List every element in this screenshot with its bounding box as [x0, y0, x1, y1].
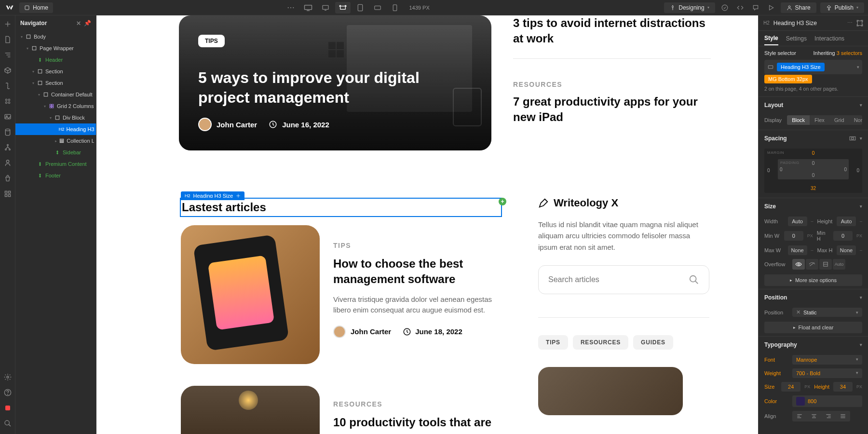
- nav-item-section[interactable]: ▾Section: [15, 66, 96, 77]
- nav-item-heading-h3-s[interactable]: H2Heading H3 S: [15, 123, 96, 135]
- share-button[interactable]: Share: [781, 2, 816, 13]
- webflow-logo[interactable]: [4, 2, 15, 14]
- weight-select[interactable]: 700 - Bold▾: [792, 368, 862, 378]
- font-size-input[interactable]: [781, 382, 800, 392]
- variables-icon[interactable]: [3, 81, 13, 91]
- help-icon[interactable]: [3, 388, 13, 397]
- search-box[interactable]: [538, 265, 709, 294]
- article-author[interactable]: John Carter: [333, 326, 391, 338]
- minh-input[interactable]: [833, 231, 853, 241]
- maxw-input[interactable]: [788, 245, 807, 255]
- maxh-input[interactable]: [837, 245, 856, 255]
- section-heading[interactable]: Lastest articles: [181, 199, 501, 216]
- apps-icon[interactable]: [3, 189, 13, 199]
- components-icon[interactable]: [3, 66, 13, 75]
- viewport-desktop-lg-icon[interactable]: [300, 2, 316, 14]
- nav-item-collection-lis[interactable]: ▸Collection Lis: [15, 135, 96, 147]
- search-icon[interactable]: [3, 419, 13, 428]
- hero-tag[interactable]: TIPS: [198, 35, 225, 47]
- pin-icon[interactable]: 📌: [84, 20, 91, 27]
- align-right-icon[interactable]: [821, 411, 836, 421]
- tab-style[interactable]: Style: [764, 35, 778, 45]
- hero-article-card[interactable]: TIPS 5 ways to improve your digital proj…: [179, 15, 491, 150]
- home-button[interactable]: Home: [19, 2, 53, 13]
- logic-icon[interactable]: [3, 143, 13, 152]
- display-flex[interactable]: Flex: [810, 115, 829, 125]
- inheriting-link[interactable]: 3 selectors: [837, 50, 862, 56]
- overflow-auto-icon[interactable]: Auto: [833, 259, 845, 270]
- tab-settings[interactable]: Settings: [786, 35, 807, 42]
- video-icon[interactable]: [3, 403, 13, 413]
- mode-button[interactable]: Designing ▾: [664, 2, 715, 13]
- tag-tips[interactable]: TIPS: [538, 335, 568, 350]
- chevron-down-icon[interactable]: ▾: [860, 342, 862, 347]
- nav-item-footer[interactable]: Footer: [15, 170, 96, 181]
- chevron-down-icon[interactable]: ▾: [860, 103, 862, 108]
- viewport-desktop-icon[interactable]: [318, 2, 333, 14]
- nav-item-premium-content[interactable]: Premium Content: [15, 158, 96, 170]
- search-icon[interactable]: [689, 274, 699, 285]
- settings-icon[interactable]: [3, 372, 13, 382]
- chevron-down-icon[interactable]: ▾: [860, 136, 862, 141]
- side-article-1[interactable]: 3 tips to avoid internet distractions at…: [513, 15, 711, 59]
- float-clear-button[interactable]: ▸Float and clear: [764, 322, 862, 333]
- display-grid[interactable]: Grid: [829, 115, 849, 125]
- color-select[interactable]: 800: [792, 395, 862, 407]
- overflow-visible-icon[interactable]: [792, 259, 805, 270]
- overflow-scroll-icon[interactable]: [819, 259, 832, 270]
- viewport-tablet-icon[interactable]: [353, 2, 368, 14]
- combo-class-tag[interactable]: MG Bottom 32px: [764, 75, 812, 83]
- collapse-icon[interactable]: ⤫: [76, 20, 81, 27]
- minw-input[interactable]: [784, 231, 803, 241]
- align-center-icon[interactable]: [807, 411, 821, 421]
- nav-item-header[interactable]: Header: [15, 54, 96, 66]
- display-block[interactable]: Block: [787, 115, 810, 125]
- tag-guides[interactable]: GUIDES: [633, 335, 673, 350]
- add-icon[interactable]: [3, 19, 13, 29]
- viewport-mobile-land-icon[interactable]: [370, 2, 385, 14]
- viewport-mobile-icon[interactable]: [387, 2, 403, 14]
- clear-icon[interactable]: ✕: [796, 309, 800, 315]
- more-icon[interactable]: ⋯: [283, 2, 298, 14]
- font-select[interactable]: Manrope▾: [792, 355, 862, 365]
- canvas-size[interactable]: 1439 PX: [409, 5, 430, 11]
- display-none[interactable]: None: [849, 115, 862, 125]
- more-icon[interactable]: ⋯: [847, 20, 853, 26]
- nav-item-div-block[interactable]: ▾Div Block: [15, 112, 96, 123]
- position-select[interactable]: ✕ Static ▾: [792, 308, 862, 317]
- assets-icon[interactable]: [3, 112, 13, 122]
- check-icon[interactable]: [719, 2, 731, 14]
- nav-item-grid-2-columns[interactable]: ▾Grid 2 Columns: [15, 100, 96, 112]
- more-size-button[interactable]: ▸More size options: [764, 274, 862, 286]
- pages-icon[interactable]: [3, 35, 13, 44]
- users-icon[interactable]: [3, 158, 13, 168]
- ecommerce-icon[interactable]: [3, 174, 13, 183]
- selector-input[interactable]: Heading H3 Size ▾: [764, 60, 862, 74]
- nav-item-sidebar[interactable]: Sidebar: [15, 147, 96, 158]
- canvas[interactable]: TIPS 5 ways to improve your digital proj…: [96, 15, 758, 434]
- cms-icon[interactable]: [3, 127, 13, 137]
- tag-resources[interactable]: RESOURCES: [573, 335, 628, 350]
- nav-item-section[interactable]: ▾Section: [15, 77, 96, 89]
- search-input[interactable]: [548, 275, 645, 284]
- article-card-1[interactable]: TIPS How to choose the best management s…: [181, 225, 509, 364]
- style-icon[interactable]: [3, 96, 13, 106]
- height-input[interactable]: [837, 217, 856, 226]
- chevron-down-icon[interactable]: ▾: [860, 204, 862, 209]
- align-left-icon[interactable]: [792, 411, 807, 421]
- hero-author[interactable]: John Carter: [198, 118, 257, 131]
- publish-button[interactable]: Publish ▾: [820, 2, 864, 13]
- preview-icon[interactable]: [765, 2, 777, 14]
- focus-icon[interactable]: [856, 20, 863, 27]
- viewport-custom-icon[interactable]: [335, 2, 351, 14]
- overflow-hidden-icon[interactable]: [806, 259, 818, 270]
- nav-item-body[interactable]: ▾Body: [15, 31, 96, 42]
- code-icon[interactable]: [734, 2, 746, 14]
- spacing-mode-icon[interactable]: [849, 136, 856, 141]
- line-height-input[interactable]: [833, 382, 853, 392]
- article-card-2[interactable]: RESOURCES 10 productivity tools that are: [181, 386, 509, 434]
- comment-icon[interactable]: [750, 2, 761, 14]
- nav-item-container-default[interactable]: ▾Container Default: [15, 89, 96, 100]
- tab-interactions[interactable]: Interactions: [814, 35, 844, 42]
- nav-item-page-wrapper[interactable]: ▾Page Wrapper: [15, 42, 96, 54]
